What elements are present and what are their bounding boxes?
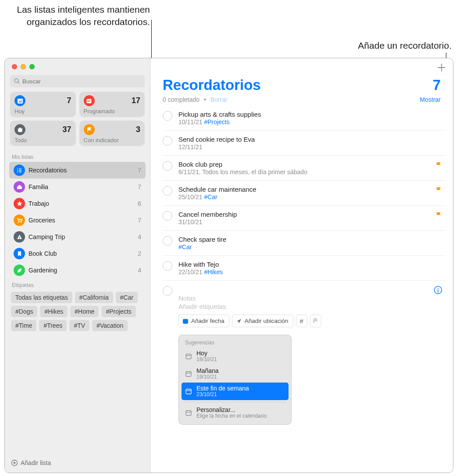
list-count: 7 — [138, 167, 141, 174]
maximize-button[interactable] — [29, 64, 35, 69]
svg-rect-22 — [183, 319, 188, 323]
smart-card-todo[interactable]: 37Todo — [10, 121, 76, 146]
search-input[interactable] — [10, 75, 145, 87]
reminder-row[interactable]: Check spare tire #Car — [163, 231, 446, 256]
info-button[interactable] — [434, 286, 442, 294]
list-icon — [14, 198, 25, 209]
smart-card-programado[interactable]: 17Programado — [79, 92, 145, 117]
add-location-label: Añadir ubicación — [245, 318, 289, 324]
section-header-mylists: Mis listas — [5, 150, 150, 162]
reminder-row[interactable]: Pickup arts & crafts supplies10/11/21 #P… — [163, 106, 446, 131]
reminder-checkbox[interactable] — [163, 111, 172, 121]
list-item-camping-trip[interactable]: Camping Trip4 — [9, 229, 146, 245]
notes-placeholder[interactable]: Notas — [178, 294, 434, 302]
tag-chip[interactable]: #Trees — [39, 320, 67, 331]
calendar-icon — [185, 370, 192, 377]
svg-point-9 — [17, 168, 18, 169]
reminder-row[interactable]: Send cookie recipe to Eva12/11/21 — [163, 131, 446, 156]
list-item-groceries[interactable]: Groceries7 — [9, 212, 146, 229]
reminder-checkbox[interactable] — [163, 186, 172, 196]
reminder-row[interactable]: Book club prep6/11/21, Todos los meses, … — [163, 156, 446, 181]
reminder-row[interactable]: Hike with Tejo22/10/21 #Hikes — [163, 256, 446, 281]
add-list-button[interactable]: Añadir lista — [5, 454, 150, 472]
smart-card-count: 17 — [132, 96, 140, 105]
suggestion-subtitle: Elige la fecha en el calendario — [196, 413, 267, 419]
suggestion-item[interactable]: Este fin de semana23/10/21 — [182, 383, 289, 400]
callout-add-reminder: Añade un recordatorio. — [298, 39, 452, 52]
tag-chip[interactable]: #Projects — [101, 306, 135, 317]
svg-point-16 — [20, 222, 21, 222]
reminder-meta: 25/10/21 #Car — [178, 193, 434, 200]
svg-rect-32 — [186, 411, 191, 415]
list-item-recordatorios[interactable]: Recordatorios7 — [9, 162, 146, 179]
add-reminder-button[interactable] — [437, 63, 446, 72]
minimize-button[interactable] — [21, 64, 26, 69]
tag-chip[interactable]: #Vacation — [92, 320, 128, 331]
reminder-meta: 12/11/21 — [178, 143, 442, 150]
reminder-checkbox[interactable] — [163, 161, 172, 171]
tag-chip[interactable]: #TV — [69, 320, 89, 331]
app-window: 187Hoy17Programado37Todo3Con indicador M… — [4, 58, 453, 473]
tag-chip[interactable]: #California — [75, 292, 113, 303]
close-button[interactable] — [12, 64, 17, 69]
list-count: 7 — [138, 183, 141, 190]
callout-smart-lists: Las listas inteligentes mantienen organi… — [10, 4, 150, 29]
tag-chip[interactable]: #Car — [116, 292, 138, 303]
smart-card-label: Hoy — [14, 108, 71, 115]
svg-point-15 — [18, 222, 18, 222]
calendar-icon — [185, 353, 192, 360]
tag-chip[interactable]: #Dogs — [11, 306, 37, 317]
suggestion-item[interactable]: Mañana19/10/21 — [182, 365, 289, 383]
reminder-checkbox[interactable] — [163, 236, 172, 246]
reminder-tag[interactable]: #Hikes — [204, 268, 223, 276]
reminder-meta: 22/10/21 #Hikes — [178, 268, 442, 276]
reminder-checkbox[interactable] — [163, 286, 172, 296]
list-label: Book Club — [28, 250, 138, 257]
clear-button[interactable]: Borrar — [210, 96, 228, 103]
reminder-title: Send cookie recipe to Eva — [178, 136, 442, 143]
suggestion-item[interactable]: Hoy18/10/21 — [182, 347, 289, 365]
list-count: 6 — [138, 200, 141, 207]
add-date-chip[interactable]: Añadir fecha — [178, 315, 229, 327]
reminder-checkbox[interactable] — [163, 136, 172, 146]
smart-lists-grid: 187Hoy17Programado37Todo3Con indicador — [5, 92, 150, 150]
tag-chip[interactable]: Todas las etiquetas — [11, 292, 72, 303]
list-item-gardening[interactable]: Gardening4 — [9, 262, 146, 279]
list-item-familia[interactable]: Familia7 — [9, 179, 146, 195]
add-flag-chip[interactable] — [310, 315, 321, 327]
tag-chip[interactable]: #Hikes — [40, 306, 68, 317]
show-button[interactable]: Mostrar — [420, 96, 441, 103]
reminder-tag[interactable]: #Car — [178, 243, 192, 251]
add-location-chip[interactable]: Añadir ubicación — [232, 315, 293, 327]
reminder-tag[interactable]: #Car — [204, 193, 217, 200]
reminder-checkbox[interactable] — [163, 211, 172, 221]
smart-card-icon: 18 — [14, 95, 25, 106]
section-header-tags: Etiquetas — [5, 279, 150, 290]
suggestion-subtitle: 23/10/21 — [196, 392, 249, 398]
new-reminder-title-input[interactable] — [178, 286, 434, 293]
smart-card-icon — [14, 124, 25, 135]
add-tag-chip[interactable]: # — [296, 315, 307, 327]
svg-rect-28 — [186, 372, 191, 376]
smart-card-con indicador[interactable]: 3Con indicador — [79, 121, 145, 146]
list-item-book-club[interactable]: Book Club2 — [9, 245, 146, 262]
smart-card-hoy[interactable]: 187Hoy — [10, 92, 76, 117]
reminder-list: Pickup arts & crafts supplies10/11/21 #P… — [150, 106, 453, 281]
separator-dot: • — [201, 96, 209, 103]
reminder-tag[interactable]: #Projects — [204, 118, 229, 125]
list-count: 2 — [138, 250, 141, 257]
reminder-row[interactable]: Schedule car maintenance25/10/21 #Car — [163, 181, 446, 206]
list-count: 4 — [138, 267, 141, 274]
list-item-trabajo[interactable]: Trabajo6 — [9, 195, 146, 212]
svg-rect-8 — [19, 128, 21, 129]
svg-point-11 — [17, 172, 18, 172]
reminder-meta: 10/11/21 #Projects — [178, 118, 442, 125]
tag-chip[interactable]: #Time — [11, 320, 36, 331]
reminder-row[interactable]: Cancel membership31/10/21 — [163, 206, 446, 231]
list-icon — [14, 265, 25, 276]
suggestion-item[interactable]: Personalizar...Elige la fecha en el cale… — [182, 404, 289, 422]
add-tags-placeholder[interactable]: Añadir etiquetas — [178, 303, 434, 310]
tag-chip[interactable]: #Home — [70, 306, 99, 317]
reminder-checkbox[interactable] — [163, 261, 172, 271]
my-lists: Recordatorios7Familia7Trabajo6Groceries7… — [5, 162, 150, 279]
